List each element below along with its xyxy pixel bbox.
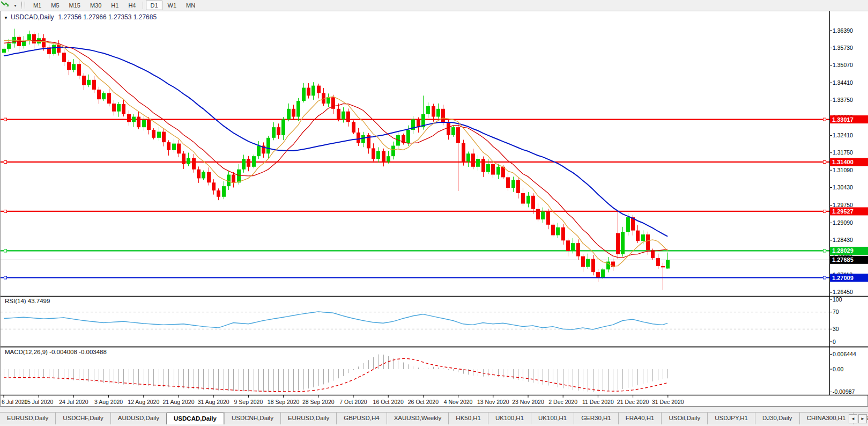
price-tick-label: 1.35730 xyxy=(833,45,853,51)
chart-shift-icon[interactable] xyxy=(2,1,13,10)
tab-scroll-right-icon[interactable]: ► xyxy=(858,414,867,423)
macd-level-label: 0.00 xyxy=(833,366,844,372)
rsi-level-label: 30 xyxy=(833,326,839,332)
timeframe-h1[interactable]: H1 xyxy=(107,1,123,10)
price-tick-label: 1.36390 xyxy=(833,27,853,34)
hline-handle[interactable] xyxy=(4,118,7,121)
tab-scroll-controls: ◄ ► xyxy=(848,414,867,423)
hline-handle[interactable] xyxy=(824,276,826,279)
price-tick-label: 1.26450 xyxy=(833,289,853,295)
rsi-level-label: 0 xyxy=(833,339,836,345)
timeframe-w1[interactable]: W1 xyxy=(164,1,181,10)
date-label: 31 Dec 2020 xyxy=(652,399,684,405)
hline-handle[interactable] xyxy=(4,249,7,252)
toolbar-separator xyxy=(143,2,143,9)
symbol-tab-usdcad-daily[interactable]: USDCAD,Daily xyxy=(166,413,224,425)
date-label: 16 Oct 2020 xyxy=(373,399,404,405)
symbol-tab-uk100-h1[interactable]: UK100,H1 xyxy=(488,413,531,425)
top-toolbar: ▼ M1M5M15M30H1H4D1W1MN xyxy=(0,0,868,11)
price-tick-label: 1.35070 xyxy=(833,62,853,68)
symbol-tab-dj30-daily[interactable]: DJ30,Daily xyxy=(755,413,799,425)
tab-scroll-left-icon[interactable]: ◄ xyxy=(849,414,857,423)
rsi-label: RSI(14) 43.7499 xyxy=(5,298,50,304)
rsi-level-label: 100 xyxy=(833,296,842,303)
chart-window: ▼USDCAD,Daily1.27356 1.27966 1.27353 1.2… xyxy=(0,11,868,407)
price-tick-label: 1.31750 xyxy=(833,149,853,156)
date-label: 21 Aug 2020 xyxy=(163,399,195,405)
date-label: 31 Aug 2020 xyxy=(198,399,229,405)
timeframe-m15[interactable]: M15 xyxy=(65,1,85,10)
date-label: 11 Dec 2020 xyxy=(582,399,614,405)
price-badge-1.27009-text: 1.27009 xyxy=(832,275,854,281)
date-label: 4 Nov 2020 xyxy=(444,399,473,405)
date-label: 7 Oct 2020 xyxy=(339,399,367,405)
symbol-tab-ger30-h1[interactable]: GER30,H1 xyxy=(574,413,618,425)
timeframe-d1[interactable]: D1 xyxy=(146,1,162,10)
hline-handle[interactable] xyxy=(4,160,7,163)
symbol-tab-usdchf-daily[interactable]: USDCHF,Daily xyxy=(55,413,110,425)
symbol-tab-xauusd-weekly[interactable]: XAUUSD,Weekly xyxy=(387,413,449,425)
symbol-tab-eurusd-daily[interactable]: EURUSD,Daily xyxy=(0,413,55,425)
timeframe-m5[interactable]: M5 xyxy=(47,1,63,10)
symbol-tab-hk50-h1[interactable]: HK50,H1 xyxy=(448,413,488,425)
date-label: 28 Sep 2020 xyxy=(302,399,335,405)
macd-level-label: 0.006444 xyxy=(833,351,856,357)
price-tick-label: 1.30430 xyxy=(833,184,853,190)
chart-plot-area[interactable] xyxy=(1,11,868,395)
date-label: 23 Nov 2020 xyxy=(512,399,544,405)
symbol-tab-uk100-h1[interactable]: UK100,H1 xyxy=(531,413,574,425)
date-label: 26 Oct 2020 xyxy=(408,399,439,405)
toolbar-grip[interactable] xyxy=(21,2,25,9)
chart-dropdown-icon[interactable]: ▼ xyxy=(4,16,8,20)
symbol-tab-audusd-daily[interactable]: AUDUSD,Daily xyxy=(110,413,166,425)
price-tick-label: 1.31090 xyxy=(833,167,853,173)
hline-handle[interactable] xyxy=(4,276,7,279)
date-label: 12 Aug 2020 xyxy=(128,399,159,405)
date-label: 2 Dec 2020 xyxy=(548,399,577,405)
date-label: 9 Sep 2020 xyxy=(234,399,263,405)
date-label: 18 Sep 2020 xyxy=(268,399,300,405)
hline-handle[interactable] xyxy=(4,210,7,212)
chart-ohlc-values: 1.27356 1.27966 1.27353 1.27685 xyxy=(58,13,157,21)
symbol-tab-eurusd-daily[interactable]: EURUSD,Daily xyxy=(280,413,336,425)
hline-handle[interactable] xyxy=(824,210,826,212)
date-label: 15 Jul 2020 xyxy=(24,399,53,405)
date-label: 24 Jul 2020 xyxy=(59,399,88,405)
date-label: 13 Nov 2020 xyxy=(477,399,509,405)
timeframe-mn[interactable]: MN xyxy=(182,1,199,10)
price-tick-label: 1.32410 xyxy=(833,132,853,138)
price-tick-label: 1.33750 xyxy=(833,97,853,103)
timeframe-buttons: M1M5M15M30H1H4D1W1MN xyxy=(28,1,200,10)
chart-symbol-label: USDCAD,Daily xyxy=(11,13,54,21)
timeframe-m1[interactable]: M1 xyxy=(29,1,46,10)
hline-handle[interactable] xyxy=(824,249,826,252)
price-tick-label: 1.29090 xyxy=(833,219,853,226)
symbol-tab-usdjpy-h1[interactable]: USDJPY,H1 xyxy=(707,413,755,425)
price-badge-1.29527-text: 1.29527 xyxy=(832,208,854,215)
symbol-tab-gbpusd-h4[interactable]: GBPUSD,H4 xyxy=(336,413,386,425)
price-badge-1.28029-text: 1.28029 xyxy=(832,247,854,254)
date-label: 21 Dec 2020 xyxy=(617,399,649,405)
symbol-tab-bar: EURUSD,DailyUSDCHF,DailyAUDUSD,DailyUSDC… xyxy=(0,412,868,425)
price-badge-1.31400-text: 1.31400 xyxy=(832,159,854,165)
rsi-level-label: 70 xyxy=(833,309,839,315)
hline-handle[interactable] xyxy=(824,118,826,121)
price-badge-1.33017-text: 1.33017 xyxy=(832,116,854,123)
price-tick-label: 1.28430 xyxy=(833,237,853,243)
price-tick-label: 1.34410 xyxy=(833,79,853,86)
symbol-tab-usoil-daily[interactable]: USOil,Daily xyxy=(661,413,707,425)
timeframe-m30[interactable]: M30 xyxy=(86,1,106,10)
date-label: 3 Aug 2020 xyxy=(94,399,123,405)
macd-level-label: -0.00987 xyxy=(833,388,855,395)
chart-title: ▼USDCAD,Daily1.27356 1.27966 1.27353 1.2… xyxy=(4,13,157,21)
symbol-tab-china300-h1[interactable]: CHINA300,H1 xyxy=(799,413,853,425)
current-price-badge-text: 1.27685 xyxy=(832,256,854,263)
symbol-tab-fra40-h1[interactable]: FRA40,H1 xyxy=(618,413,662,425)
price-chart-canvas[interactable]: 1.363901.357301.350701.344101.337501.330… xyxy=(1,11,868,407)
hline-handle[interactable] xyxy=(824,160,826,163)
macd-label: MACD(12,26,9) -0.004008 -0.003488 xyxy=(5,349,107,355)
symbol-tab-usdcnh-daily[interactable]: USDCNH,Daily xyxy=(224,413,280,425)
toolbar-dropdown-caret[interactable]: ▼ xyxy=(13,4,17,8)
timeframe-h4[interactable]: H4 xyxy=(124,1,140,10)
